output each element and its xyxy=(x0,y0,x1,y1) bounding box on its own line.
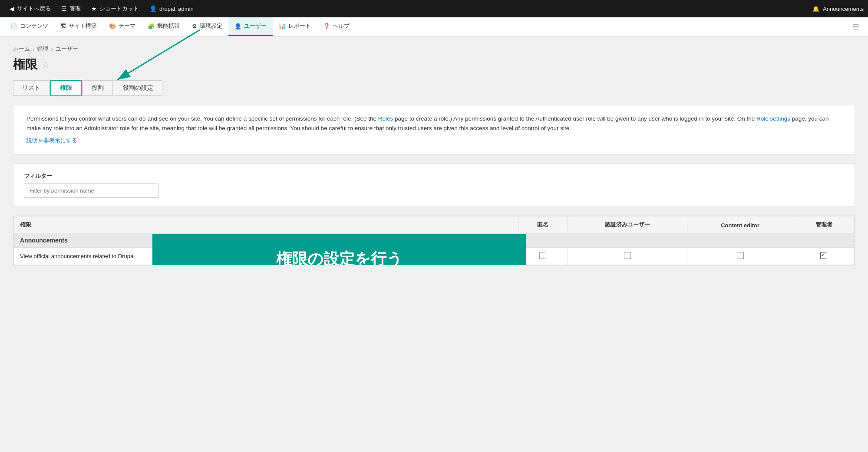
checkbox-authenticated[interactable] xyxy=(624,252,631,259)
secondary-nav: 📄 コンテンツ 🏗 サイト構築 🎨 テーマ 🧩 機能拡張 ⚙ 環境設定 👤 ユー… xyxy=(0,17,868,36)
appearance-icon: 🎨 xyxy=(109,23,116,29)
breadcrumb-sep-1: › xyxy=(33,46,34,52)
hide-description-link[interactable]: 説明を非表示にする xyxy=(26,136,77,145)
admin-bar: ◀ サイトへ戻る ☰ 管理 ★ ショートカット 👤 drupal_admin 🔔… xyxy=(0,0,868,17)
announcements-area[interactable]: 🔔 Announcements xyxy=(812,6,864,12)
manage-link[interactable]: ☰ 管理 xyxy=(56,0,86,17)
nav-right-area: ☰ xyxy=(848,22,864,32)
breadcrumb-home[interactable]: ホーム xyxy=(13,45,30,53)
breadcrumb: ホーム › 管理 › ユーザー xyxy=(13,45,855,53)
settings-icon: ⚙ xyxy=(192,23,197,29)
menu-icon: ☰ xyxy=(61,5,67,12)
nav-settings-label: 環境設定 xyxy=(200,22,222,30)
shortcuts-label: ショートカット xyxy=(99,5,139,13)
nav-settings[interactable]: ⚙ 環境設定 xyxy=(186,17,228,36)
tab-roles-label: 役割 xyxy=(92,84,104,91)
user-link[interactable]: 👤 drupal_admin xyxy=(144,0,199,17)
nav-right-icon: ☰ xyxy=(852,22,859,32)
breadcrumb-manage[interactable]: 管理 xyxy=(37,45,48,53)
annotation-container: リスト 権限 役割 役割の設定 xyxy=(13,80,855,96)
tab-permissions[interactable]: 権限 xyxy=(50,80,82,96)
nav-people-label: ユーザー xyxy=(244,22,267,30)
tab-permissions-label: 権限 xyxy=(60,84,72,91)
announcements-label: Announcements xyxy=(823,6,864,12)
tab-roles[interactable]: 役割 xyxy=(83,80,113,96)
overlay-banner-text: 権限の設定を行う xyxy=(276,249,403,265)
nav-content-label: コンテンツ xyxy=(20,22,48,30)
col-permission: 権限 xyxy=(14,216,518,233)
nav-structure[interactable]: 🏗 サイト構築 xyxy=(54,17,103,36)
nav-extend-label: 機能拡張 xyxy=(157,22,180,30)
nav-content[interactable]: 📄 コンテンツ xyxy=(4,17,54,36)
description-text: Permissions let you control what users c… xyxy=(26,114,842,133)
col-authenticated: 認証済みユーザー xyxy=(568,216,687,233)
tab-role-settings-label: 役割の設定 xyxy=(123,84,153,91)
permissions-table-wrap: 権限 匿名 認証済みユーザー Content editor 管理者 xyxy=(13,216,855,265)
user-icon: 👤 xyxy=(149,5,157,12)
nav-people[interactable]: 👤 ユーザー xyxy=(228,17,273,36)
tab-list[interactable]: リスト xyxy=(13,80,50,96)
manage-label: 管理 xyxy=(69,5,81,13)
nav-help[interactable]: ❓ ヘルプ xyxy=(317,17,356,36)
people-icon: 👤 xyxy=(234,23,241,29)
back-icon: ◀ xyxy=(10,5,14,12)
nav-appearance[interactable]: 🎨 テーマ xyxy=(103,17,142,36)
role-settings-link[interactable]: Role settings xyxy=(756,115,790,122)
col-content-editor: Content editor xyxy=(687,216,793,233)
col-anonymous: 匿名 xyxy=(518,216,568,233)
bell-icon: 🔔 xyxy=(812,6,819,12)
tab-role-settings[interactable]: 役割の設定 xyxy=(114,80,162,96)
filter-label: フィルター xyxy=(24,172,844,180)
help-icon: ❓ xyxy=(323,23,330,29)
tabs: リスト 権限 役割 役割の設定 xyxy=(13,80,855,96)
extend-icon: 🧩 xyxy=(148,23,155,29)
main-content: ホーム › 管理 › ユーザー 権限 ☆ リスト 権限 役割 役割の設定 xyxy=(0,36,868,452)
page-title: 権限 xyxy=(13,56,37,73)
structure-icon: 🏗 xyxy=(60,23,66,29)
back-to-site-link[interactable]: ◀ サイトへ戻る xyxy=(4,0,56,17)
col-admin: 管理者 xyxy=(793,216,855,233)
check-admin[interactable] xyxy=(793,247,855,265)
reports-icon: 📊 xyxy=(279,23,286,29)
back-to-site-label: サイトへ戻る xyxy=(17,5,51,13)
checkbox-admin[interactable] xyxy=(820,252,827,259)
shortcuts-link[interactable]: ★ ショートカット xyxy=(86,0,144,17)
user-label: drupal_admin xyxy=(159,6,194,12)
bookmark-star-icon[interactable]: ☆ xyxy=(42,59,50,70)
breadcrumb-current: ユーザー xyxy=(56,45,78,53)
nav-extend[interactable]: 🧩 機能拡張 xyxy=(142,17,186,36)
nav-reports-label: レポート xyxy=(288,22,311,30)
overlay-banner: 権限の設定を行う xyxy=(152,234,526,265)
nav-structure-label: サイト構築 xyxy=(69,22,97,30)
checkbox-content-editor[interactable] xyxy=(737,252,744,259)
annotation-arrow xyxy=(83,28,213,84)
checkbox-anonymous[interactable] xyxy=(539,252,546,259)
check-authenticated[interactable] xyxy=(568,247,687,265)
description-box: Permissions let you control what users c… xyxy=(13,105,855,154)
check-content-editor[interactable] xyxy=(687,247,793,265)
tab-list-label: リスト xyxy=(22,84,40,91)
breadcrumb-sep-2: › xyxy=(51,46,53,52)
content-icon: 📄 xyxy=(10,23,17,29)
page-title-row: 権限 ☆ xyxy=(13,56,855,73)
nav-reports[interactable]: 📊 レポート xyxy=(273,17,317,36)
roles-link[interactable]: Roles xyxy=(378,115,393,122)
star-icon: ★ xyxy=(91,5,97,12)
nav-help-label: ヘルプ xyxy=(333,22,350,30)
filter-box: フィルター xyxy=(13,163,855,207)
nav-appearance-label: テーマ xyxy=(119,22,135,30)
filter-permission-input[interactable] xyxy=(24,183,158,198)
